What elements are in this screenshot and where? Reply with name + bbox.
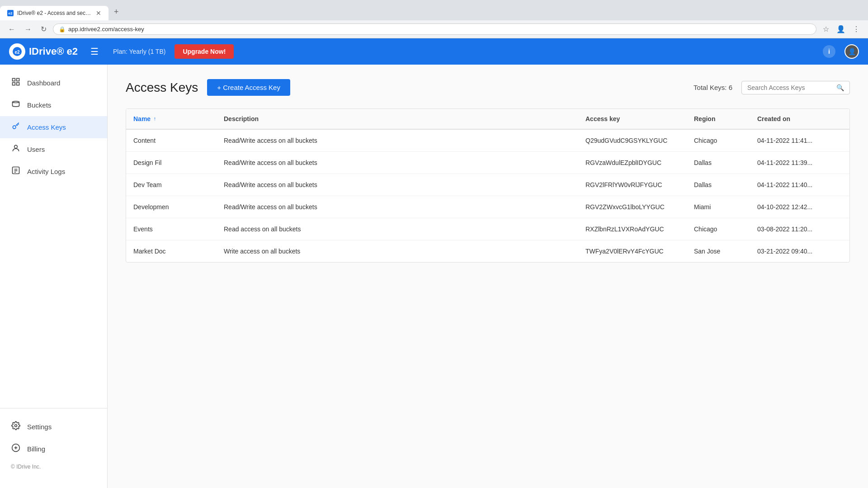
search-input[interactable]: [747, 84, 833, 91]
page-title: Access Keys: [126, 80, 198, 95]
table-row[interactable]: Events Read access on all buckets RXZlbn…: [126, 218, 849, 240]
cell-description: Read access on all buckets: [217, 218, 578, 240]
dashboard-icon: [11, 77, 21, 89]
column-region: Region: [687, 109, 750, 129]
buckets-icon: [11, 99, 21, 111]
cell-name: Design Fil: [126, 152, 217, 174]
sidebar-item-users[interactable]: Users: [0, 138, 107, 160]
cell-name: Content: [126, 130, 217, 151]
activity-logs-icon: [11, 166, 21, 177]
upgrade-button[interactable]: Upgrade Now!: [175, 44, 234, 59]
table-row[interactable]: Market Doc Write access on all buckets T…: [126, 240, 849, 262]
tab-title: IDrive® e2 - Access and secret k...: [17, 10, 92, 16]
cell-region: Chicago: [687, 218, 750, 240]
app-logo: e2 IDrive® e2: [9, 43, 78, 60]
sidebar-item-billing-label: Billing: [27, 445, 45, 453]
cell-access-key: Q29udGVudC9GSYKLYGUC: [578, 130, 687, 151]
main-content: Access Keys + Create Access Key Total Ke…: [108, 65, 868, 488]
sidebar-item-dashboard[interactable]: Dashboard: [0, 72, 107, 94]
user-avatar[interactable]: 👤: [844, 44, 859, 59]
cell-name: Developmen: [126, 196, 217, 218]
svg-text:e2: e2: [14, 50, 20, 55]
sidebar-item-access-keys-label: Access Keys: [27, 123, 66, 131]
cell-name: Market Doc: [126, 240, 217, 262]
sidebar-item-billing[interactable]: Billing: [0, 438, 107, 460]
back-button[interactable]: ←: [5, 23, 18, 35]
address-bar[interactable]: 🔒: [53, 23, 816, 35]
sidebar-bottom: Settings Billing © IDrive Inc.: [0, 408, 107, 481]
cell-access-key: RXZlbnRzL1VXRoAdYGUC: [578, 218, 687, 240]
url-input[interactable]: [68, 26, 811, 33]
tab-favicon: e2: [7, 10, 14, 16]
search-icon: 🔍: [836, 84, 844, 91]
profile-button[interactable]: 👤: [834, 23, 848, 35]
cell-access-key: RGVzaWdulEZpblIDYGUC: [578, 152, 687, 174]
content-header: Access Keys + Create Access Key Total Ke…: [126, 79, 850, 96]
menu-button[interactable]: ⋮: [850, 23, 863, 35]
cell-name: Events: [126, 218, 217, 240]
bookmark-button[interactable]: ☆: [820, 23, 832, 35]
cell-created-on: 04-11-2022 11:40...: [750, 174, 849, 196]
svg-rect-2: [13, 79, 15, 81]
cell-region: Dallas: [687, 152, 750, 174]
cell-created-on: 03-08-2022 11:20...: [750, 218, 849, 240]
table-header: Name ↑ Description Access key Region Cre…: [126, 109, 849, 130]
sort-arrow: ↑: [153, 116, 156, 122]
table-row[interactable]: Content Read/Write access on all buckets…: [126, 130, 849, 152]
forward-button[interactable]: →: [22, 23, 34, 35]
sidebar: Dashboard Buckets Access Keys: [0, 65, 108, 488]
svg-point-6: [13, 126, 16, 129]
active-tab[interactable]: e2 IDrive® e2 - Access and secret k... ✕: [0, 6, 108, 20]
table-body: Content Read/Write access on all buckets…: [126, 130, 849, 262]
cell-name: Dev Team: [126, 174, 217, 196]
svg-rect-4: [13, 83, 15, 85]
billing-icon: [11, 443, 21, 455]
table-row[interactable]: Developmen Read/Write access on all buck…: [126, 196, 849, 218]
svg-point-12: [15, 425, 17, 427]
reload-button[interactable]: ↻: [38, 23, 49, 35]
logo-text: IDrive® e2: [29, 46, 78, 57]
tab-close-icon[interactable]: ✕: [96, 9, 101, 17]
sidebar-item-users-label: Users: [27, 145, 45, 153]
cell-description: Read/Write access on all buckets: [217, 130, 578, 151]
sidebar-item-buckets-label: Buckets: [27, 101, 51, 109]
create-access-key-button[interactable]: + Create Access Key: [207, 79, 290, 96]
sidebar-item-settings[interactable]: Settings: [0, 416, 107, 438]
plan-text: Plan: Yearly (1 TB): [113, 48, 165, 55]
table-row[interactable]: Dev Team Read/Write access on all bucket…: [126, 174, 849, 196]
cell-description: Read/Write access on all buckets: [217, 174, 578, 196]
new-tab-button[interactable]: +: [108, 4, 124, 20]
cell-description: Read/Write access on all buckets: [217, 196, 578, 218]
lock-icon: 🔒: [59, 26, 66, 33]
footer-text: © IDrive Inc.: [11, 464, 41, 470]
users-icon: [11, 144, 21, 155]
cell-created-on: 03-21-2022 09:40...: [750, 240, 849, 262]
cell-access-key: RGV2ZWxvcG1lboLYYGUC: [578, 196, 687, 218]
help-button[interactable]: i: [823, 45, 835, 58]
sidebar-item-activity-logs[interactable]: Activity Logs: [0, 160, 107, 183]
top-navigation: e2 IDrive® e2 ☰ Plan: Yearly (1 TB) Upgr…: [0, 38, 868, 65]
hamburger-menu[interactable]: ☰: [90, 46, 99, 57]
sidebar-item-access-keys[interactable]: Access Keys: [0, 116, 107, 138]
settings-icon: [11, 421, 21, 432]
column-created-on: Created on: [750, 109, 849, 129]
cell-created-on: 04-11-2022 11:41...: [750, 130, 849, 151]
cell-created-on: 04-11-2022 11:39...: [750, 152, 849, 174]
table-row[interactable]: Design Fil Read/Write access on all buck…: [126, 152, 849, 174]
column-description: Description: [217, 109, 578, 129]
sidebar-footer: © IDrive Inc.: [0, 460, 107, 474]
sidebar-item-activity-logs-label: Activity Logs: [27, 168, 65, 175]
cell-region: Miami: [687, 196, 750, 218]
access-keys-icon: [11, 122, 21, 133]
svg-rect-3: [17, 79, 19, 81]
sidebar-item-buckets[interactable]: Buckets: [0, 94, 107, 116]
cell-region: Dallas: [687, 174, 750, 196]
cell-region: Chicago: [687, 130, 750, 151]
cell-description: Read/Write access on all buckets: [217, 152, 578, 174]
column-name[interactable]: Name ↑: [126, 109, 217, 129]
cell-created-on: 04-10-2022 12:42...: [750, 196, 849, 218]
search-box[interactable]: 🔍: [741, 81, 850, 94]
column-access-key: Access key: [578, 109, 687, 129]
access-keys-table: Name ↑ Description Access key Region Cre…: [126, 108, 850, 263]
cell-access-key: TWFya2V0lERvY4FcYGUC: [578, 240, 687, 262]
